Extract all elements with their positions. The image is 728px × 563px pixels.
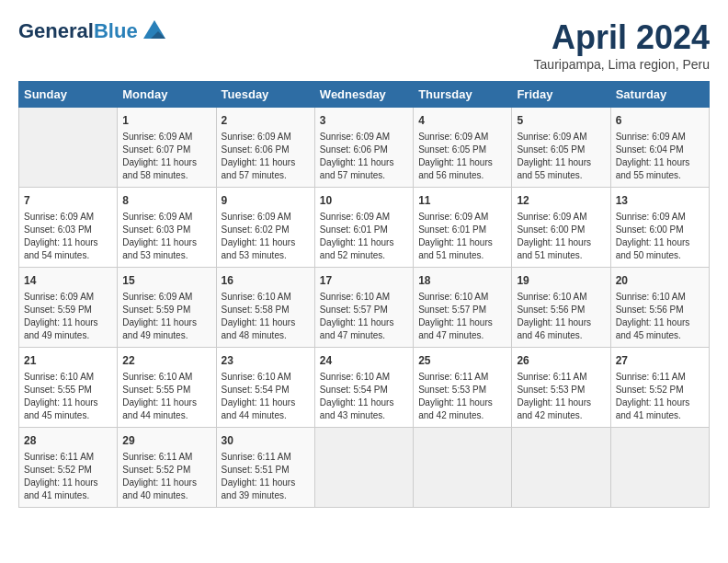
day-info: Sunrise: 6:10 AM Sunset: 5:55 PM Dayligh… xyxy=(122,371,210,422)
day-number: 14 xyxy=(24,272,112,289)
day-cell xyxy=(512,428,610,508)
page-header: GeneralBlue April 2024 Tauripampa, Lima … xyxy=(18,18,710,72)
day-number: 6 xyxy=(616,112,704,129)
header-cell-monday: Monday xyxy=(118,82,216,108)
day-cell: 22Sunrise: 6:10 AM Sunset: 5:55 PM Dayli… xyxy=(118,348,216,428)
day-info: Sunrise: 6:09 AM Sunset: 6:02 PM Dayligh… xyxy=(222,211,310,262)
month-year-title: April 2024 xyxy=(534,18,710,57)
header-cell-saturday: Saturday xyxy=(610,82,709,108)
logo-text: GeneralBlue xyxy=(18,20,138,42)
week-row-4: 21Sunrise: 6:10 AM Sunset: 5:55 PM Dayli… xyxy=(19,348,710,428)
day-info: Sunrise: 6:09 AM Sunset: 6:07 PM Dayligh… xyxy=(122,131,210,182)
day-info: Sunrise: 6:09 AM Sunset: 5:59 PM Dayligh… xyxy=(122,291,210,342)
week-row-3: 14Sunrise: 6:09 AM Sunset: 5:59 PM Dayli… xyxy=(19,268,710,348)
header-cell-thursday: Thursday xyxy=(414,82,512,108)
day-number: 4 xyxy=(418,112,506,129)
day-info: Sunrise: 6:10 AM Sunset: 5:56 PM Dayligh… xyxy=(616,291,704,342)
day-info: Sunrise: 6:11 AM Sunset: 5:52 PM Dayligh… xyxy=(616,371,704,422)
day-info: Sunrise: 6:10 AM Sunset: 5:54 PM Dayligh… xyxy=(320,371,408,422)
header-cell-friday: Friday xyxy=(512,82,610,108)
day-cell: 4Sunrise: 6:09 AM Sunset: 6:05 PM Daylig… xyxy=(414,108,512,188)
day-info: Sunrise: 6:11 AM Sunset: 5:52 PM Dayligh… xyxy=(122,451,210,502)
day-number: 26 xyxy=(517,352,605,369)
day-number: 27 xyxy=(616,352,704,369)
day-number: 15 xyxy=(122,272,210,289)
day-info: Sunrise: 6:09 AM Sunset: 6:01 PM Dayligh… xyxy=(320,211,408,262)
day-info: Sunrise: 6:09 AM Sunset: 6:03 PM Dayligh… xyxy=(24,211,112,262)
day-cell: 19Sunrise: 6:10 AM Sunset: 5:56 PM Dayli… xyxy=(512,268,610,348)
day-info: Sunrise: 6:09 AM Sunset: 6:06 PM Dayligh… xyxy=(320,131,408,182)
day-cell: 9Sunrise: 6:09 AM Sunset: 6:02 PM Daylig… xyxy=(216,188,314,268)
day-cell: 14Sunrise: 6:09 AM Sunset: 5:59 PM Dayli… xyxy=(19,268,118,348)
day-cell: 29Sunrise: 6:11 AM Sunset: 5:52 PM Dayli… xyxy=(118,428,216,508)
day-number: 23 xyxy=(222,352,310,369)
header-cell-sunday: Sunday xyxy=(19,82,118,108)
header-cell-tuesday: Tuesday xyxy=(216,82,314,108)
header-cell-wednesday: Wednesday xyxy=(314,82,413,108)
day-info: Sunrise: 6:11 AM Sunset: 5:51 PM Dayligh… xyxy=(222,451,310,502)
day-number: 8 xyxy=(122,192,210,209)
day-number: 5 xyxy=(517,112,605,129)
day-cell: 3Sunrise: 6:09 AM Sunset: 6:06 PM Daylig… xyxy=(314,108,413,188)
day-info: Sunrise: 6:10 AM Sunset: 5:57 PM Dayligh… xyxy=(320,291,408,342)
day-cell xyxy=(314,428,413,508)
day-cell: 18Sunrise: 6:10 AM Sunset: 5:57 PM Dayli… xyxy=(414,268,512,348)
day-cell: 30Sunrise: 6:11 AM Sunset: 5:51 PM Dayli… xyxy=(216,428,314,508)
day-info: Sunrise: 6:09 AM Sunset: 6:01 PM Dayligh… xyxy=(418,211,506,262)
day-cell: 15Sunrise: 6:09 AM Sunset: 5:59 PM Dayli… xyxy=(118,268,216,348)
day-cell: 21Sunrise: 6:10 AM Sunset: 5:55 PM Dayli… xyxy=(19,348,118,428)
day-number: 13 xyxy=(616,192,704,209)
day-number: 1 xyxy=(122,112,210,129)
day-number: 24 xyxy=(320,352,408,369)
day-cell: 27Sunrise: 6:11 AM Sunset: 5:52 PM Dayli… xyxy=(610,348,709,428)
day-cell: 13Sunrise: 6:09 AM Sunset: 6:00 PM Dayli… xyxy=(610,188,709,268)
day-cell: 12Sunrise: 6:09 AM Sunset: 6:00 PM Dayli… xyxy=(512,188,610,268)
day-info: Sunrise: 6:09 AM Sunset: 6:00 PM Dayligh… xyxy=(517,211,605,262)
day-number: 7 xyxy=(24,192,112,209)
day-cell: 16Sunrise: 6:10 AM Sunset: 5:58 PM Dayli… xyxy=(216,268,314,348)
logo: GeneralBlue xyxy=(18,18,167,44)
day-number: 2 xyxy=(222,112,310,129)
week-row-2: 7Sunrise: 6:09 AM Sunset: 6:03 PM Daylig… xyxy=(19,188,710,268)
day-number: 20 xyxy=(616,272,704,289)
day-number: 10 xyxy=(320,192,408,209)
day-cell xyxy=(414,428,512,508)
day-number: 22 xyxy=(122,352,210,369)
day-cell: 26Sunrise: 6:11 AM Sunset: 5:53 PM Dayli… xyxy=(512,348,610,428)
day-info: Sunrise: 6:10 AM Sunset: 5:57 PM Dayligh… xyxy=(418,291,506,342)
day-cell: 6Sunrise: 6:09 AM Sunset: 6:04 PM Daylig… xyxy=(610,108,709,188)
day-cell: 7Sunrise: 6:09 AM Sunset: 6:03 PM Daylig… xyxy=(19,188,118,268)
day-cell: 24Sunrise: 6:10 AM Sunset: 5:54 PM Dayli… xyxy=(314,348,413,428)
day-cell: 25Sunrise: 6:11 AM Sunset: 5:53 PM Dayli… xyxy=(414,348,512,428)
day-info: Sunrise: 6:11 AM Sunset: 5:53 PM Dayligh… xyxy=(517,371,605,422)
title-block: April 2024 Tauripampa, Lima region, Peru xyxy=(534,18,710,72)
day-number: 29 xyxy=(122,432,210,449)
week-row-1: 1Sunrise: 6:09 AM Sunset: 6:07 PM Daylig… xyxy=(19,108,710,188)
calendar-table: SundayMondayTuesdayWednesdayThursdayFrid… xyxy=(18,81,710,508)
day-number: 9 xyxy=(222,192,310,209)
day-number: 28 xyxy=(24,432,112,449)
day-cell: 28Sunrise: 6:11 AM Sunset: 5:52 PM Dayli… xyxy=(19,428,118,508)
day-cell: 17Sunrise: 6:10 AM Sunset: 5:57 PM Dayli… xyxy=(314,268,413,348)
day-number: 12 xyxy=(517,192,605,209)
day-info: Sunrise: 6:09 AM Sunset: 5:59 PM Dayligh… xyxy=(24,291,112,342)
day-cell: 8Sunrise: 6:09 AM Sunset: 6:03 PM Daylig… xyxy=(118,188,216,268)
day-info: Sunrise: 6:11 AM Sunset: 5:53 PM Dayligh… xyxy=(418,371,506,422)
header-row: SundayMondayTuesdayWednesdayThursdayFrid… xyxy=(19,82,710,108)
day-info: Sunrise: 6:09 AM Sunset: 6:05 PM Dayligh… xyxy=(517,131,605,182)
day-cell: 23Sunrise: 6:10 AM Sunset: 5:54 PM Dayli… xyxy=(216,348,314,428)
week-row-5: 28Sunrise: 6:11 AM Sunset: 5:52 PM Dayli… xyxy=(19,428,710,508)
day-cell: 20Sunrise: 6:10 AM Sunset: 5:56 PM Dayli… xyxy=(610,268,709,348)
day-number: 30 xyxy=(222,432,310,449)
day-number: 18 xyxy=(418,272,506,289)
day-info: Sunrise: 6:11 AM Sunset: 5:52 PM Dayligh… xyxy=(24,451,112,502)
day-info: Sunrise: 6:10 AM Sunset: 5:56 PM Dayligh… xyxy=(517,291,605,342)
day-cell xyxy=(610,428,709,508)
day-number: 19 xyxy=(517,272,605,289)
day-number: 17 xyxy=(320,272,408,289)
day-number: 3 xyxy=(320,112,408,129)
day-number: 25 xyxy=(418,352,506,369)
day-cell: 5Sunrise: 6:09 AM Sunset: 6:05 PM Daylig… xyxy=(512,108,610,188)
day-info: Sunrise: 6:10 AM Sunset: 5:58 PM Dayligh… xyxy=(222,291,310,342)
calendar-body: 1Sunrise: 6:09 AM Sunset: 6:07 PM Daylig… xyxy=(19,108,710,508)
